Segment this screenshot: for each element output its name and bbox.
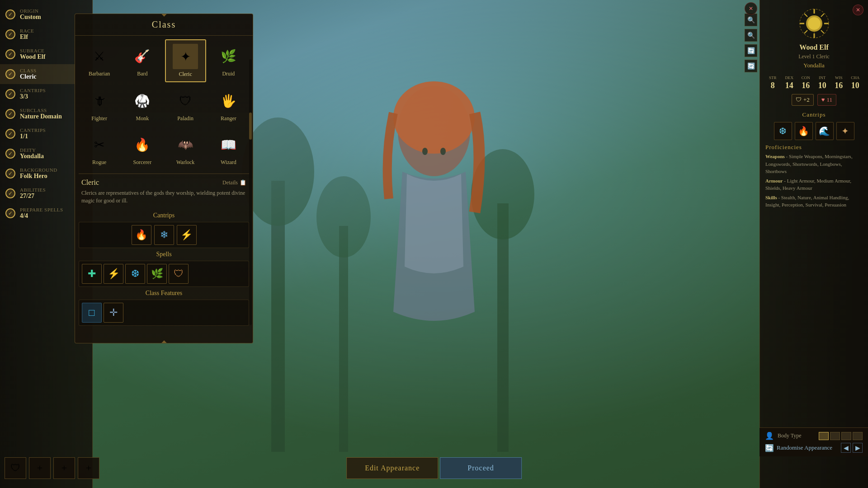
spell-1[interactable]: ✚ (82, 264, 102, 284)
sidebar-text-race: Race Elf (20, 28, 34, 41)
class-item-paladin[interactable]: 🛡 Paladin (165, 84, 206, 126)
spells-label: Spells (79, 251, 249, 258)
sidebar-value-race: Elf (20, 33, 34, 41)
hp-badge: ♥ 11 (817, 94, 836, 106)
details-button[interactable]: Details 📋 (222, 179, 246, 186)
character-name: Wood Elf (799, 43, 828, 52)
sidebar-value-subrace: Wood Elf (20, 53, 45, 61)
cam-btn-4[interactable]: 🔄 (745, 60, 757, 72)
cantrip-3[interactable]: ⚡ (177, 225, 197, 245)
cantrip-2[interactable]: ❄ (154, 225, 174, 245)
svg-line-20 (804, 30, 807, 33)
proficiencies-title: Proficiencies (765, 144, 863, 151)
bottom-icon-shield[interactable]: 🛡 (5, 457, 26, 479)
sidebar-label-abilities: Abilities (20, 187, 46, 192)
nav-arrow-right[interactable]: ▶ (853, 443, 863, 453)
svg-point-10 (440, 148, 446, 155)
cantrip-1[interactable]: 🔥 (132, 225, 151, 245)
proficiencies-skills: Skills - Stealth, Nature, Animal Handlin… (765, 194, 863, 209)
class-item-rogue[interactable]: ✂ Rogue (79, 128, 120, 170)
feature-2[interactable]: ✛ (104, 303, 123, 323)
sidebar-check-origin: ✓ (5, 9, 15, 19)
skills-value: - Stealth, Nature, Animal Handling, Insi… (765, 195, 849, 208)
spell-3[interactable]: ❆ (125, 264, 145, 284)
cha-value: 10 (851, 81, 859, 90)
sidebar-check-class: ✓ (5, 69, 15, 79)
class-item-cleric[interactable]: ✦ Cleric (165, 39, 206, 82)
sidebar-label-origin: Origin (20, 8, 41, 14)
features-section: Class Features □ ✛ (79, 290, 249, 326)
sidebar-text-cantrips: Cantrips 3/3 (20, 88, 46, 100)
stat-int: INT 10 (815, 75, 830, 90)
class-name-monk: Monk (136, 115, 149, 122)
character-info: Wood Elf Level 1 Cleric Yondalla (765, 5, 863, 69)
svg-line-18 (821, 30, 824, 33)
class-item-monk[interactable]: 🥋 Monk (122, 84, 163, 126)
bottom-icon-plus-3[interactable]: + (78, 457, 99, 479)
class-item-sorcerer[interactable]: 🔥 Sorcerer (122, 128, 163, 170)
features-label: Class Features (79, 290, 249, 297)
bottom-action-bar: Edit Appearance Proceed (346, 457, 522, 479)
sidebar-label-subrace: Subrace (20, 48, 45, 53)
stat-str: STR 8 (765, 75, 780, 90)
sidebar-label-class: Class (20, 68, 37, 73)
class-item-barbarian[interactable]: ⚔ Barbarian (79, 39, 120, 82)
bottom-left-icons: 🛡 + + + (5, 457, 99, 479)
sidebar-text-origin: Origin Custom (20, 8, 41, 21)
scroll-track[interactable] (249, 59, 252, 325)
class-item-warlock[interactable]: 🦇 Warlock (165, 128, 206, 170)
bottom-icon-plus-2[interactable]: + (53, 457, 75, 479)
body-btn-2[interactable] (830, 432, 840, 440)
spell-2[interactable]: ⚡ (104, 264, 123, 284)
spell-4[interactable]: 🌿 (147, 264, 167, 284)
right-panel: ✕ Wood Elf Level 1 C (760, 0, 868, 488)
cam-btn-3[interactable]: 🔄 (745, 44, 757, 57)
class-item-ranger[interactable]: 🖐 Ranger (208, 84, 249, 126)
right-panel-close[interactable]: ✕ (853, 5, 863, 15)
class-item-druid[interactable]: 🌿 Druid (208, 39, 249, 82)
body-btn-4[interactable] (853, 432, 863, 440)
nav-arrow-left[interactable]: ◀ (841, 443, 851, 453)
right-cantrip-2[interactable]: 🔥 (795, 122, 813, 140)
proceed-button[interactable]: Proceed (440, 457, 522, 479)
class-name-cleric: Cleric (179, 71, 192, 78)
class-item-fighter[interactable]: 🗡 Fighter (79, 84, 120, 126)
features-container: □ ✛ (79, 300, 249, 326)
sidebar-value-background: Folk Hero (20, 173, 57, 180)
bonus-icon: 🛡 (796, 96, 802, 103)
corner-close-button[interactable]: ✕ (745, 2, 757, 15)
svg-line-17 (804, 14, 807, 17)
cam-btn-2[interactable]: 🔍 (745, 29, 757, 42)
dex-label: DEX (785, 75, 794, 80)
sidebar-check-prepare_spells: ✓ (5, 208, 15, 218)
right-cantrip-1[interactable]: ❆ (774, 122, 792, 140)
sidebar-text-subclass: Subclass Nature Domain (20, 108, 62, 120)
person-icon: 👤 (765, 432, 774, 440)
scroll-thumb (249, 113, 252, 140)
sidebar-text-subrace: Subrace Wood Elf (20, 48, 45, 61)
con-value: 16 (802, 81, 810, 90)
sidebar-value-origin: Custom (20, 14, 41, 21)
proficiency-bonus: 🛡 +2 (792, 94, 814, 106)
edit-appearance-button[interactable]: Edit Appearance (346, 457, 438, 479)
class-item-wizard[interactable]: 📖 Wizard (208, 128, 249, 170)
right-cantrip-3[interactable]: 🌊 (816, 122, 834, 140)
con-label: CON (802, 75, 810, 80)
body-btn-1[interactable] (819, 432, 829, 440)
feature-1[interactable]: □ (82, 303, 102, 323)
body-btn-3[interactable] (841, 432, 851, 440)
sidebar-text-abilities: Abilities 27/27 (20, 187, 46, 200)
class-item-bard[interactable]: 🎸 Bard (122, 39, 163, 82)
sidebar-check-abilities: ✓ (5, 188, 15, 198)
randomise-row[interactable]: 🔄 Randomise Appearance ◀ ▶ (765, 443, 863, 453)
right-cantrip-4[interactable]: ✦ (836, 122, 854, 140)
cam-btn-1[interactable]: 🔍 (745, 14, 757, 26)
bottom-icon-plus-1[interactable]: + (29, 457, 51, 479)
sidebar-text-background: Background Folk Hero (20, 167, 57, 180)
str-label: STR (769, 75, 777, 80)
sidebar-label-prepare_spells: Prepare Spells (20, 207, 63, 212)
spell-5[interactable]: 🛡 (169, 264, 189, 284)
cantrips-container: 🔥 ❄ ⚡ (79, 222, 249, 248)
sidebar-value-class: Cleric (20, 73, 37, 80)
sidebar-label-background: Background (20, 167, 57, 173)
